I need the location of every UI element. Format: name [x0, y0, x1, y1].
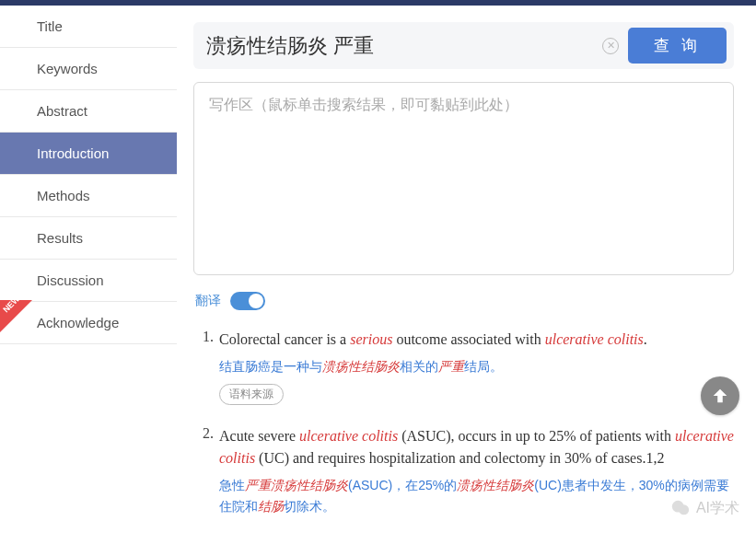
clear-search-icon[interactable]: ✕ — [602, 38, 619, 54]
result-item[interactable]: 2.Acute severe ulcerative colitis (ASUC)… — [197, 425, 734, 524]
svg-point-3 — [679, 504, 689, 515]
translate-toggle[interactable] — [230, 292, 265, 310]
sidebar-item-abstract[interactable]: Abstract — [0, 90, 177, 133]
sidebar-item-methods[interactable]: Methods — [0, 175, 177, 217]
result-number: 1. — [197, 329, 219, 405]
result-body: Acute severe ulcerative colitis (ASUC), … — [219, 425, 734, 524]
writing-area[interactable]: 写作区（鼠标单击搜索结果，即可黏贴到此处） — [193, 82, 734, 275]
scroll-to-top-button[interactable] — [701, 376, 739, 415]
source-button[interactable]: 语料来源 — [219, 384, 284, 405]
sidebar-item-keywords[interactable]: Keywords — [0, 48, 177, 90]
result-english: Acute severe ulcerative colitis (ASUC), … — [219, 425, 734, 469]
result-number: 2. — [197, 425, 219, 524]
query-button[interactable]: 查 询 — [628, 28, 727, 64]
search-bar: ✕ 查 询 — [193, 22, 734, 69]
result-translation: 结直肠癌是一种与溃疡性结肠炎相关的严重结局。 — [219, 356, 734, 376]
results-list: 1.Colorectal cancer is a serious outcome… — [193, 329, 734, 544]
translate-row: 翻译 — [193, 292, 734, 310]
sidebar: Title Keywords Abstract Introduction Met… — [0, 6, 177, 544]
sidebar-item-discussion[interactable]: Discussion — [0, 260, 177, 302]
sidebar-item-introduction[interactable]: Introduction — [0, 133, 177, 175]
sidebar-item-title[interactable]: Title — [0, 6, 177, 48]
result-english: Colorectal cancer is a serious outcome a… — [219, 329, 734, 351]
sidebar-item-results[interactable]: Results — [0, 217, 177, 260]
arrow-up-icon — [710, 386, 730, 406]
result-translation: 急性严重溃疡性结肠炎(ASUC)，在25%的溃疡性结肠炎(UC)患者中发生，30… — [219, 475, 734, 516]
main-panel: ✕ 查 询 写作区（鼠标单击搜索结果，即可黏贴到此处） 翻译 1.Colorec… — [177, 6, 756, 544]
watermark-text: AI学术 — [696, 499, 739, 518]
result-item[interactable]: 1.Colorectal cancer is a serious outcome… — [197, 329, 734, 405]
watermark: AI学术 — [670, 498, 739, 518]
wechat-icon — [670, 498, 691, 518]
new-badge-icon: NEW — [0, 300, 32, 335]
result-body: Colorectal cancer is a serious outcome a… — [219, 329, 734, 405]
search-input[interactable] — [206, 34, 593, 58]
translate-label: 翻译 — [195, 293, 221, 309]
